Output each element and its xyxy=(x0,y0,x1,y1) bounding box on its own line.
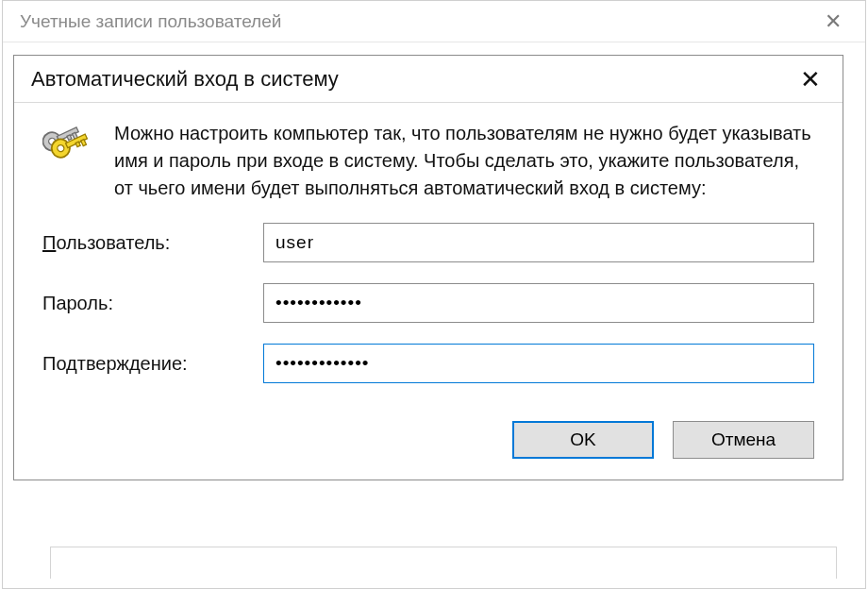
username-input[interactable] xyxy=(263,223,814,262)
password-input[interactable] xyxy=(263,283,814,323)
parent-close-button[interactable]: ✕ xyxy=(814,11,852,32)
dialog-titlebar: Автоматический вход в систему ✕ xyxy=(14,56,843,103)
keys-icon xyxy=(42,120,95,173)
user-row: Пользователь: xyxy=(42,223,814,262)
svg-rect-9 xyxy=(75,142,80,146)
parent-titlebar: Учетные записи пользователей ✕ xyxy=(3,1,865,42)
dialog-button-row: OK Отмена xyxy=(14,415,843,480)
svg-rect-4 xyxy=(67,135,72,140)
confirm-password-input[interactable] xyxy=(263,344,814,383)
auto-logon-dialog: Автоматический вход в систему ✕ xyxy=(13,55,843,480)
background-panel-edge xyxy=(50,547,837,579)
svg-rect-8 xyxy=(81,140,87,146)
confirm-label: Подтверждение: xyxy=(42,353,241,375)
dialog-description: Можно настроить компьютер так, что польз… xyxy=(114,120,814,202)
intro-row: Можно настроить компьютер так, что польз… xyxy=(42,120,814,202)
password-label: Пароль: xyxy=(42,293,241,314)
user-label: Пользователь: xyxy=(42,232,241,254)
dialog-title: Автоматический вход в систему xyxy=(31,67,339,92)
parent-window-title: Учетные записи пользователей xyxy=(20,11,281,32)
confirm-row: Подтверждение: xyxy=(42,344,814,383)
ok-button[interactable]: OK xyxy=(512,421,654,459)
dialog-close-button[interactable]: ✕ xyxy=(790,67,831,92)
dialog-body: Можно настроить компьютер так, что польз… xyxy=(14,103,843,415)
cancel-button[interactable]: Отмена xyxy=(673,421,814,459)
password-row: Пароль: xyxy=(42,283,814,323)
